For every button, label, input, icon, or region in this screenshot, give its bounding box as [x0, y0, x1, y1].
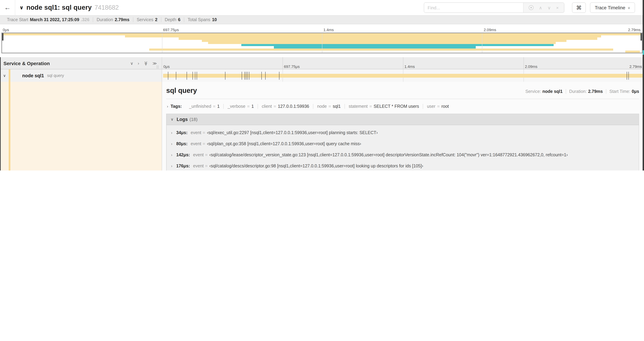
service-name: node sql1 [22, 73, 44, 78]
meta-label: Start Time: [610, 89, 630, 94]
log-marker[interactable] [265, 72, 266, 80]
log-marker[interactable] [192, 72, 193, 80]
log-field-key: event [190, 141, 201, 146]
expand-all-icon[interactable]: ≫ [152, 61, 157, 66]
log-marker[interactable] [249, 72, 249, 80]
log-marker[interactable] [195, 72, 195, 80]
page-title: node sql1: sql query [26, 4, 92, 12]
collapse-one-icon[interactable]: ∨ [130, 61, 133, 66]
log-marker[interactable] [628, 72, 629, 80]
minimap-span-bar [149, 48, 613, 51]
logs-accordion: ∨ Logs (18) › 34μs: event = ‹sql/exec_ut… [166, 114, 639, 171]
span-row-timeline-cell[interactable] [162, 69, 644, 82]
tick-label: 697.75μs [163, 28, 179, 32]
meta-value: 2.79ms [588, 89, 603, 94]
trace-title-group: ∨ node sql1: sql query 7418682 [20, 0, 119, 15]
trace-stats-bar: Trace StartMarch 31 2022, 17:25:09.326Du… [0, 15, 644, 24]
tag-equals: = [247, 104, 250, 109]
log-row[interactable]: › 80μs: event = ‹sql/plan_opt.go:358 [ns… [166, 138, 639, 149]
title-chevron-down-icon[interactable]: ∨ [20, 5, 24, 11]
log-marker[interactable] [627, 72, 627, 80]
tags-row[interactable]: › Tags: _unfinished = 1 _verbose = 1 cli… [167, 103, 639, 110]
view-dropdown-button[interactable]: Trace Timeline ∨ [590, 3, 635, 13]
detail-meta-item: Duration:2.79ms [566, 89, 606, 94]
minimap-span-bar [202, 40, 566, 42]
trace-minimap: 0μs697.75μs1.4ms2.09ms2.79ms [2, 26, 642, 53]
log-row[interactable]: › 34μs: event = ‹sql/exec_util.go:2297 [… [166, 127, 639, 138]
meta-label: Duration: [569, 89, 587, 94]
span-detail-title: sql query [166, 87, 197, 95]
minimap-span-bar [179, 38, 597, 40]
jaeger-trace-page: ← ∨ node sql1: sql query 7418682 ∧ ∨ × ⌘… [0, 0, 644, 171]
match-case-icon[interactable] [529, 5, 534, 10]
logs-chevron-down-icon: ∨ [171, 117, 174, 122]
log-chevron-right-icon[interactable]: › [171, 153, 176, 157]
log-marker[interactable] [176, 72, 176, 80]
log-marker[interactable] [279, 72, 280, 80]
tick-label: 0μs [3, 28, 9, 32]
span-row: ∨ node sql1 sql query [0, 69, 644, 82]
detail-meta-item: Start Time:0μs [606, 89, 639, 94]
span-detail-header: sql query Service:node sql1Duration:2.79… [166, 87, 639, 95]
log-marker[interactable] [197, 72, 197, 80]
span-duration-bar[interactable] [163, 74, 643, 78]
back-button[interactable]: ← [0, 0, 15, 15]
tag-key: node [317, 104, 327, 109]
find-clear-icon[interactable]: × [556, 5, 559, 10]
service-operation-header: Service & Operation ∨ › ≫ ≫ [0, 57, 162, 69]
log-marker[interactable] [246, 72, 246, 80]
find-next-icon[interactable]: ∨ [548, 5, 551, 10]
stat-label: Trace Start [7, 17, 28, 22]
minimap-span-bar [241, 44, 554, 46]
gridline [322, 33, 322, 53]
tick-label: 2.09ms [484, 28, 496, 32]
tag-equals: = [370, 104, 372, 109]
logs-header[interactable]: ∨ Logs (18) [166, 114, 639, 125]
logs-label: Logs [176, 117, 188, 122]
log-chevron-right-icon[interactable]: › [171, 131, 176, 135]
find-input[interactable] [424, 3, 523, 13]
expand-one-icon[interactable]: › [138, 61, 139, 66]
keyboard-shortcuts-button[interactable]: ⌘ [572, 3, 586, 13]
log-marker[interactable] [225, 72, 226, 80]
collapse-all-icon[interactable]: ≫ [143, 61, 148, 65]
find-prev-icon[interactable]: ∧ [539, 5, 542, 10]
log-marker[interactable] [168, 72, 168, 80]
log-chevron-right-icon[interactable]: › [171, 164, 176, 168]
log-marker[interactable] [244, 72, 245, 80]
gridline [524, 57, 524, 69]
minimap-left-drag-handle[interactable] [2, 33, 4, 41]
service-color-strip [9, 82, 10, 171]
log-marker[interactable] [242, 72, 242, 80]
gridline [403, 57, 403, 69]
log-chevron-right-icon[interactable]: › [171, 142, 176, 146]
stat-label: Depth [165, 17, 176, 22]
logs-count: (18) [190, 117, 198, 122]
stat-value: 10 [212, 17, 217, 22]
minimap-canvas[interactable] [2, 33, 642, 53]
span-row-service-cell[interactable]: ∨ node sql1 sql query [0, 69, 162, 82]
stat-value: 2.79ms [115, 17, 130, 22]
minimap-right-drag-handle[interactable] [640, 33, 642, 41]
log-marker[interactable] [186, 72, 187, 80]
log-marker[interactable] [248, 72, 248, 80]
log-row[interactable]: › 142μs: event = ‹sql/catalog/lease/desc… [166, 149, 639, 160]
log-field-value: ‹sql/plan_opt.go:358 [nsql1,client=127.0… [207, 141, 361, 146]
log-field-key: event [193, 152, 204, 157]
log-row[interactable]: › 176μs: event = ‹sql/catalog/descs/desc… [166, 160, 639, 171]
log-marker[interactable] [262, 72, 262, 80]
row-chevron-down-icon[interactable]: ∨ [0, 73, 9, 78]
tick-label: 1.4ms [404, 65, 415, 69]
log-field-value: ‹sql/catalog/descs/descriptor.go:98 [nsq… [209, 164, 423, 168]
right-scrollbar[interactable] [642, 0, 644, 171]
logs-list: › 34μs: event = ‹sql/exec_util.go:2297 [… [166, 125, 639, 171]
stat-label: Services [137, 17, 154, 22]
log-equals: = [203, 130, 205, 135]
column-resizer-handle[interactable]: || [156, 65, 159, 69]
log-timestamp: 142μs: [176, 152, 190, 157]
tick-label: 2.79ms [630, 65, 642, 69]
tags-chevron-right-icon[interactable]: › [167, 104, 168, 109]
stat-value: March 31 2022, 17:25:09 [30, 17, 79, 22]
tick-label: 697.75μs [284, 65, 300, 69]
tag-value: SELECT * FROM users [374, 104, 419, 109]
